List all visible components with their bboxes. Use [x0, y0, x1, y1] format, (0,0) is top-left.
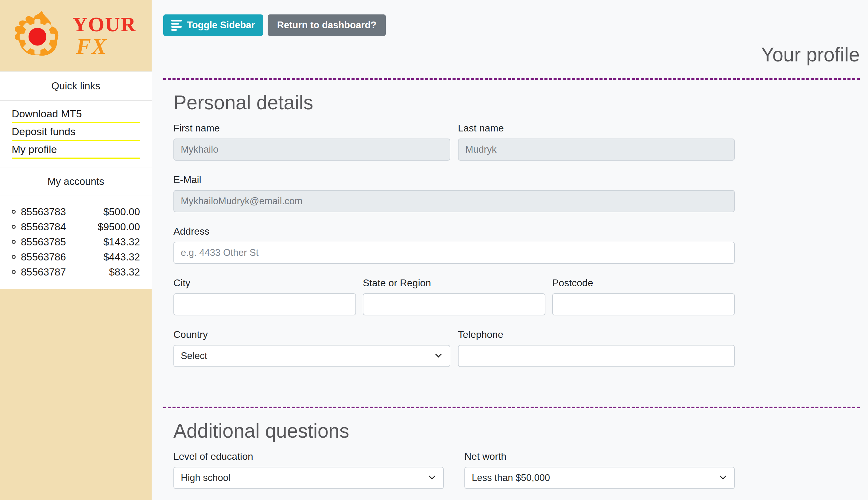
state-field-group: State or Region: [363, 277, 546, 315]
return-dashboard-button[interactable]: Return to dashboard?: [268, 14, 386, 36]
section-divider: [163, 407, 860, 408]
account-row[interactable]: 85563783 $500.00: [12, 204, 140, 219]
country-select[interactable]: Select: [173, 345, 450, 367]
brand-logo[interactable]: YOUR FX: [0, 0, 152, 71]
account-number: 85563786: [21, 251, 66, 263]
circle-bullet-icon: [12, 210, 16, 214]
account-balance: $9500.00: [97, 221, 140, 233]
quick-links-list: Download MT5 Deposit funds My profile: [0, 101, 152, 167]
country-field-group: Country Select: [173, 329, 450, 367]
flame-gear-logo-icon: [10, 9, 64, 62]
circle-bullet-icon: [12, 270, 16, 274]
brand-wordmark-line2: FX: [76, 35, 136, 57]
account-balance: $143.32: [103, 236, 140, 248]
net-worth-select[interactable]: Less than $50,000: [465, 467, 735, 489]
state-input[interactable]: [363, 293, 546, 315]
address-input[interactable]: [173, 242, 735, 264]
toggle-sidebar-label: Toggle Sidebar: [187, 20, 255, 31]
city-input[interactable]: [173, 293, 356, 315]
last-name-input: [458, 138, 735, 161]
additional-questions-section: Additional questions Level of education …: [173, 420, 735, 500]
brand-wordmark: YOUR FX: [72, 14, 136, 57]
account-number: 85563783: [21, 206, 66, 218]
first-name-label: First name: [173, 123, 450, 134]
accounts-list: 85563783 $500.00 85563784 $9500.00 85563…: [0, 196, 152, 289]
toolbar: Toggle Sidebar Return to dashboard?: [163, 14, 860, 36]
additional-questions-title: Additional questions: [173, 420, 735, 443]
city-field-group: City: [173, 277, 356, 315]
sidebar-item-download-mt5[interactable]: Download MT5: [12, 107, 140, 123]
email-label: E-Mail: [173, 174, 735, 185]
my-accounts-title: My accounts: [0, 167, 152, 196]
education-select[interactable]: High school: [173, 467, 444, 489]
main-content: Toggle Sidebar Return to dashboard? Your…: [152, 0, 868, 500]
first-name-field-group: First name: [173, 123, 450, 161]
account-row[interactable]: 85563784 $9500.00: [12, 219, 140, 234]
account-number: 85563785: [21, 236, 66, 248]
account-row[interactable]: 85563785 $143.32: [12, 234, 140, 249]
city-label: City: [173, 277, 356, 289]
net-worth-label: Net worth: [465, 451, 735, 462]
page-title: Your profile: [163, 44, 860, 65]
postcode-field-group: Postcode: [552, 277, 735, 315]
section-divider: [163, 78, 860, 80]
address-field-group: Address: [173, 226, 735, 264]
last-name-label: Last name: [458, 123, 735, 134]
account-row[interactable]: 85563786 $443.32: [12, 249, 140, 264]
account-number: 85563787: [21, 266, 66, 278]
toggle-sidebar-button[interactable]: Toggle Sidebar: [163, 14, 263, 36]
telephone-label: Telephone: [458, 329, 735, 340]
sidebar: YOUR FX Quick links Download MT5 Deposit…: [0, 0, 152, 500]
country-label: Country: [173, 329, 450, 340]
account-balance: $500.00: [103, 206, 140, 218]
email-field-group: E-Mail: [173, 174, 735, 212]
telephone-input[interactable]: [458, 345, 735, 367]
sidebar-panels: Quick links Download MT5 Deposit funds M…: [0, 71, 152, 289]
circle-bullet-icon: [12, 240, 16, 244]
email-input: [173, 190, 735, 212]
menu-bars-icon: [171, 20, 182, 31]
telephone-field-group: Telephone: [458, 329, 735, 367]
brand-wordmark-line1: YOUR: [72, 14, 136, 35]
postcode-label: Postcode: [552, 277, 735, 289]
circle-bullet-icon: [12, 255, 16, 259]
personal-details-section: Personal details First name Last name E-…: [173, 92, 735, 380]
return-dashboard-label: Return to dashboard?: [277, 20, 377, 31]
account-number: 85563784: [21, 221, 66, 233]
sidebar-filler: [0, 289, 152, 500]
state-label: State or Region: [363, 277, 546, 289]
account-row[interactable]: 85563787 $83.32: [12, 264, 140, 280]
personal-details-title: Personal details: [173, 92, 735, 114]
first-name-input: [173, 138, 450, 161]
net-worth-field-group: Net worth Less than $50,000: [465, 451, 735, 489]
postcode-input[interactable]: [552, 293, 735, 315]
education-field-group: Level of education High school: [173, 451, 444, 489]
sidebar-item-deposit-funds[interactable]: Deposit funds: [12, 125, 140, 141]
address-label: Address: [173, 226, 735, 237]
circle-bullet-icon: [12, 225, 16, 229]
account-balance: $443.32: [103, 251, 140, 263]
last-name-field-group: Last name: [458, 123, 735, 161]
account-balance: $83.32: [109, 266, 140, 278]
sidebar-item-my-profile[interactable]: My profile: [12, 143, 140, 159]
education-label: Level of education: [173, 451, 444, 462]
quick-links-title: Quick links: [0, 72, 152, 101]
